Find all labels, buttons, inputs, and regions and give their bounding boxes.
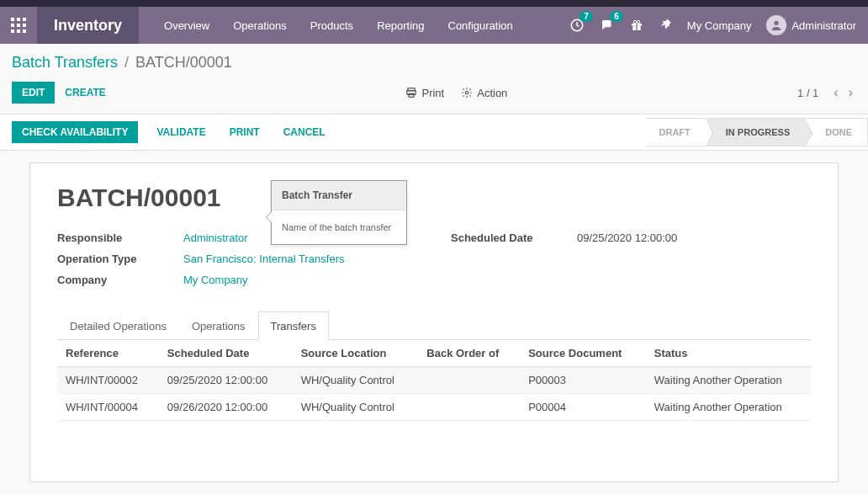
label-company: Company: [57, 274, 183, 286]
stage-done[interactable]: DONE: [805, 118, 868, 146]
pager-prev[interactable]: ‹: [830, 85, 841, 100]
cell-source_loc: WH/Quality Control: [293, 394, 419, 421]
svg-rect-4: [17, 24, 20, 27]
status-bar: CHECK AVAILABILITY VALIDATE PRINT CANCEL…: [0, 114, 868, 151]
cell-source_doc: P00004: [520, 394, 646, 421]
check-availability-button[interactable]: CHECK AVAILABILITY: [12, 121, 138, 143]
stage-draft[interactable]: DRAFT: [646, 118, 706, 146]
table-row[interactable]: WH/INT/0000409/26/2020 12:00:00WH/Qualit…: [57, 394, 811, 421]
apps-icon[interactable]: [0, 7, 37, 44]
th-back-order[interactable]: Back Order of: [418, 340, 520, 367]
form-sheet: BATCH/00001 Batch Transfer Name of the b…: [29, 162, 839, 482]
nav-overview[interactable]: Overview: [164, 19, 209, 32]
cell-source_loc: WH/Quality Control: [293, 367, 419, 394]
pager-next[interactable]: ›: [845, 85, 856, 100]
svg-rect-12: [636, 24, 637, 30]
validate-button[interactable]: VALIDATE: [151, 121, 210, 143]
svg-point-14: [637, 20, 639, 23]
create-button[interactable]: CREATE: [55, 82, 115, 104]
cell-back_order: [418, 394, 520, 421]
stage-in-progress[interactable]: IN PROGRESS: [706, 118, 805, 146]
nav-reporting[interactable]: Reporting: [377, 19, 424, 32]
svg-rect-1: [17, 18, 20, 21]
control-panel: EDIT CREATE Print Action 1 / 1 ‹ ›: [0, 77, 868, 114]
cell-reference: WH/INT/00002: [57, 367, 159, 394]
nav-operations[interactable]: Operations: [233, 19, 287, 32]
svg-point-19: [465, 91, 468, 94]
breadcrumb: Batch Transfers / BATCH/00001: [0, 44, 868, 77]
action-label: Action: [477, 87, 507, 99]
svg-rect-6: [11, 29, 14, 33]
svg-rect-5: [23, 24, 26, 27]
print-button[interactable]: PRINT: [225, 121, 265, 143]
field-tooltip: Batch Transfer Name of the batch transfe…: [271, 180, 407, 245]
tooltip-body: Name of the batch transfer: [272, 210, 406, 244]
cell-scheduled: 09/26/2020 12:00:00: [159, 394, 293, 421]
value-responsible[interactable]: Administrator: [183, 232, 248, 244]
action-dropdown[interactable]: Action: [461, 87, 507, 99]
pager-count: 1 / 1: [797, 87, 818, 99]
print-label: Print: [421, 87, 444, 99]
nav-configuration[interactable]: Configuration: [448, 19, 513, 32]
transfers-table: Reference Scheduled Date Source Location…: [57, 340, 811, 421]
th-source-doc[interactable]: Source Document: [520, 340, 646, 367]
cell-reference: WH/INT/00004: [57, 394, 159, 421]
cell-status: Waiting Another Operation: [646, 394, 811, 421]
label-operation-type: Operation Type: [57, 253, 183, 265]
avatar-icon: [766, 15, 786, 35]
cell-back_order: [418, 367, 520, 394]
label-scheduled-date: Scheduled Date: [451, 232, 577, 244]
discuss-badge: 6: [610, 11, 623, 22]
activity-icon[interactable]: 7: [569, 18, 585, 33]
user-name: Administrator: [791, 19, 856, 32]
record-title: BATCH/00001: [57, 184, 811, 212]
svg-rect-2: [23, 18, 26, 21]
value-operation-type[interactable]: San Francisco: Internal Transfers: [183, 253, 344, 265]
value-scheduled-date: 09/25/2020 12:00:00: [577, 232, 677, 244]
tab-operations[interactable]: Operations: [179, 311, 258, 340]
cancel-button[interactable]: CANCEL: [278, 121, 331, 143]
tab-detailed-operations[interactable]: Detailed Operations: [57, 311, 179, 340]
nav-products[interactable]: Products: [310, 19, 353, 32]
table-row[interactable]: WH/INT/0000209/25/2020 12:00:00WH/Qualit…: [57, 367, 811, 394]
gear-icon: [461, 87, 473, 98]
tabs: Detailed Operations Operations Transfers: [57, 311, 811, 340]
cell-source_doc: P00003: [520, 367, 646, 394]
top-strip: [0, 0, 868, 7]
breadcrumb-current: BATCH/00001: [135, 54, 232, 72]
cell-status: Waiting Another Operation: [646, 367, 811, 394]
cell-scheduled: 09/25/2020 12:00:00: [159, 367, 293, 394]
app-brand[interactable]: Inventory: [37, 7, 139, 44]
th-reference[interactable]: Reference: [57, 340, 159, 367]
breadcrumb-parent[interactable]: Batch Transfers: [12, 54, 118, 72]
th-scheduled[interactable]: Scheduled Date: [159, 340, 293, 367]
activity-badge: 7: [580, 11, 593, 22]
svg-rect-3: [11, 24, 14, 27]
nav-right: 7 6 My Company Administrator: [569, 15, 868, 35]
svg-rect-0: [11, 18, 14, 21]
svg-rect-7: [17, 29, 20, 33]
svg-rect-8: [23, 29, 26, 33]
print-dropdown[interactable]: Print: [405, 87, 444, 99]
main-navbar: Inventory Overview Operations Products R…: [0, 7, 868, 44]
svg-point-15: [775, 21, 779, 25]
nav-menu: Overview Operations Products Reporting C…: [164, 19, 513, 32]
status-stages: DRAFT IN PROGRESS DONE: [646, 118, 868, 146]
value-company[interactable]: My Company: [183, 274, 248, 286]
th-status[interactable]: Status: [646, 340, 811, 367]
tab-transfers[interactable]: Transfers: [258, 311, 329, 340]
label-responsible: Responsible: [57, 232, 183, 244]
discuss-icon[interactable]: 6: [600, 18, 615, 33]
breadcrumb-sep: /: [124, 54, 129, 72]
edit-button[interactable]: EDIT: [12, 82, 55, 104]
th-source-loc[interactable]: Source Location: [293, 340, 419, 367]
printer-icon: [405, 87, 417, 98]
company-switcher[interactable]: My Company: [687, 19, 752, 32]
gift-icon[interactable]: [630, 19, 643, 32]
user-menu[interactable]: Administrator: [766, 15, 856, 35]
svg-point-13: [633, 20, 636, 23]
tooltip-header: Batch Transfer: [272, 181, 406, 210]
debug-icon[interactable]: [659, 19, 672, 32]
